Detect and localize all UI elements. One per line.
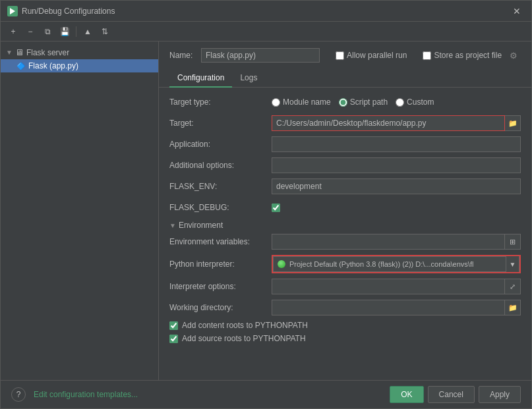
add-content-roots-row: Add content roots to PYTHONPATH [169, 321, 521, 330]
application-row: Application: [169, 136, 521, 152]
interpreter-dropdown-button[interactable]: ▼ [506, 256, 519, 272]
cancel-button[interactable]: Cancel [428, 386, 475, 403]
working-directory-input[interactable] [272, 300, 505, 315]
flask-env-wrapper [272, 178, 521, 194]
target-input-wrapper: 📁 [272, 115, 521, 131]
interpreter-text: Project Default (Python 3.8 (flask)) (2)… [274, 256, 506, 272]
gear-icon[interactable]: ⚙ [510, 51, 517, 61]
store-project-label: Store as project file [434, 51, 502, 60]
env-variables-input[interactable] [272, 234, 505, 250]
sidebar-group-header[interactable]: ▼ 🖥 Flask server [1, 45, 158, 59]
radio-custom-input[interactable] [396, 98, 404, 107]
save-config-button[interactable]: 💾 [57, 24, 72, 39]
server-icon: 🖥 [15, 47, 24, 57]
application-input[interactable] [272, 136, 521, 152]
toolbar: + − ⧉ 💾 ▲ ⇅ [1, 22, 531, 41]
env-variables-browse-button[interactable]: ⊞ [505, 234, 521, 250]
main-content: ▼ 🖥 Flask server 🔷 Flask (app.py) Name: … [1, 41, 531, 380]
target-browse-button[interactable]: 📁 [505, 115, 521, 131]
radio-custom[interactable]: Custom [396, 97, 434, 107]
interpreter-options-wrapper: ⤢ [272, 279, 521, 294]
add-source-roots-label: Add source roots to PYTHONPATH [182, 334, 306, 343]
interpreter-inner: Project Default (Python 3.8 (flask)) (2)… [273, 256, 519, 272]
toolbar-separator [76, 26, 76, 37]
flask-env-input[interactable] [272, 178, 521, 194]
flask-debug-label: FLASK_DEBUG: [169, 203, 272, 212]
edit-templates-link[interactable]: Edit configuration templates... [34, 390, 138, 399]
working-directory-wrapper: 📁 [272, 300, 521, 315]
store-project-checkbox[interactable] [423, 51, 431, 60]
radio-module-input[interactable] [272, 98, 280, 107]
flask-icon: 🔷 [16, 62, 26, 70]
sidebar-group-label: Flask server [26, 48, 69, 57]
run-debug-dialog: Run/Debug Configurations ✕ + − ⧉ 💾 ▲ ⇅ ▼… [0, 0, 532, 409]
working-directory-browse-button[interactable]: 📁 [505, 300, 521, 315]
footer-right: OK Cancel Apply [390, 386, 521, 403]
radio-script-label: Script path [350, 97, 388, 107]
app-icon [7, 6, 18, 16]
flask-env-row: FLASK_ENV: [169, 178, 521, 194]
radio-script[interactable]: Script path [339, 97, 388, 107]
application-input-wrapper [272, 136, 521, 152]
additional-options-row: Additional options: [169, 157, 521, 173]
title-bar-left: Run/Debug Configurations [7, 6, 115, 16]
add-config-button[interactable]: + [6, 24, 20, 39]
interpreter-options-row: Interpreter options: ⤢ [169, 279, 521, 294]
tabs: Configuration Logs [159, 69, 531, 88]
working-directory-label: Working directory: [169, 303, 272, 312]
environment-chevron-icon[interactable]: ▼ [169, 222, 176, 229]
python-interpreter-row: Python interpreter: Project Default (Pyt… [169, 255, 521, 273]
close-button[interactable]: ✕ [509, 5, 525, 18]
target-input[interactable] [272, 115, 505, 131]
sort-button[interactable]: ⇅ [98, 24, 112, 39]
apply-button[interactable]: Apply [479, 386, 521, 403]
target-label: Target: [169, 119, 272, 128]
env-variables-wrapper: ⊞ [272, 234, 521, 250]
radio-custom-label: Custom [407, 97, 434, 107]
interpreter-options-label: Interpreter options: [169, 282, 272, 291]
footer: ? Edit configuration templates... OK Can… [1, 380, 531, 408]
copy-config-button[interactable]: ⧉ [40, 24, 55, 39]
add-source-roots-checkbox[interactable] [169, 335, 178, 343]
environment-label: Environment [179, 221, 223, 230]
sidebar: ▼ 🖥 Flask server 🔷 Flask (app.py) [1, 41, 159, 380]
environment-section-header: ▼ Environment [169, 221, 521, 230]
tab-logs[interactable]: Logs [232, 69, 265, 88]
target-type-row: Target type: Module name Script path [169, 94, 521, 110]
name-input[interactable] [201, 48, 320, 63]
python-interpreter-wrapper: Project Default (Python 3.8 (flask)) (2)… [272, 255, 521, 273]
help-button[interactable]: ? [11, 387, 26, 402]
env-variables-row: Environment variables: ⊞ [169, 234, 521, 250]
svg-marker-0 [10, 8, 15, 14]
flask-debug-control [272, 204, 521, 212]
footer-left: ? Edit configuration templates... [11, 387, 138, 402]
additional-options-wrapper [272, 157, 521, 173]
python-status-dot [278, 260, 285, 268]
allow-parallel-checkbox[interactable] [336, 51, 344, 60]
flask-debug-row: FLASK_DEBUG: [169, 200, 521, 215]
interpreter-options-input[interactable] [272, 279, 505, 294]
target-row: Target: 📁 [169, 115, 521, 131]
flask-env-label: FLASK_ENV: [169, 182, 272, 191]
name-row: Name: Allow parallel run Store as projec… [159, 41, 531, 67]
flask-debug-checkbox[interactable] [272, 204, 280, 212]
radio-module[interactable]: Module name [272, 97, 331, 107]
target-type-label: Target type: [169, 97, 272, 107]
tab-configuration[interactable]: Configuration [169, 69, 232, 88]
additional-options-label: Additional options: [169, 161, 272, 170]
radio-script-input[interactable] [339, 98, 347, 107]
allow-parallel-label: Allow parallel run [347, 51, 407, 60]
right-panel: Name: Allow parallel run Store as projec… [159, 41, 531, 380]
sidebar-item-flask-app[interactable]: 🔷 Flask (app.py) [1, 59, 158, 72]
additional-options-input[interactable] [272, 157, 521, 173]
working-directory-row: Working directory: 📁 [169, 300, 521, 315]
move-up-button[interactable]: ▲ [80, 24, 95, 39]
add-content-roots-checkbox[interactable] [169, 321, 178, 330]
remove-config-button[interactable]: − [23, 24, 38, 39]
ok-button[interactable]: OK [390, 386, 423, 403]
env-variables-label: Environment variables: [169, 237, 272, 246]
interpreter-options-expand-button[interactable]: ⤢ [505, 279, 521, 294]
add-source-roots-row: Add source roots to PYTHONPATH [169, 334, 521, 343]
sidebar-item-label: Flask (app.py) [28, 61, 78, 70]
chevron-icon: ▼ [6, 49, 13, 56]
